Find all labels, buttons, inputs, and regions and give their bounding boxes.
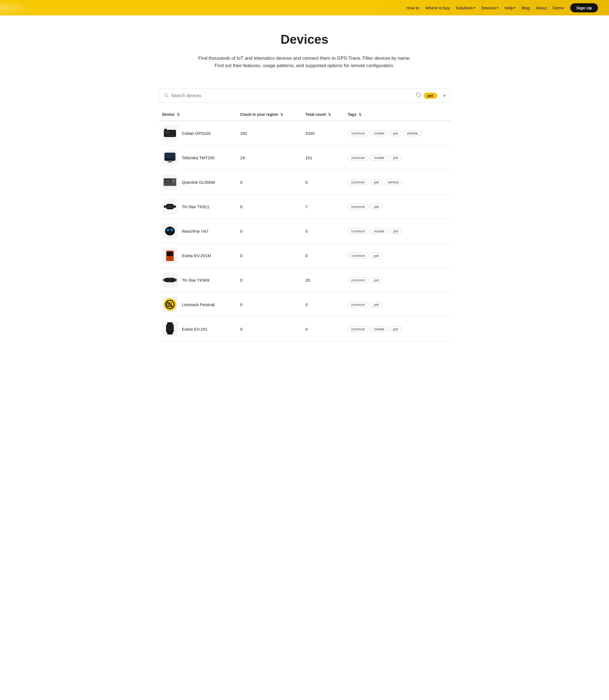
nav-link-about[interactable]: About — [536, 5, 546, 10]
device-name: TK-Star TK911 — [182, 204, 209, 209]
nav-link-solutions[interactable]: Solutions▾ — [456, 5, 475, 10]
device-image: GL500 — [162, 174, 178, 190]
svg-rect-9 — [166, 154, 171, 157]
svg-rect-30 — [167, 252, 173, 256]
tag-vehicle[interactable]: vehicle — [384, 179, 402, 185]
device-cell: Letstrack Petstrak — [159, 292, 237, 317]
tag-common[interactable]: common — [348, 155, 369, 160]
sort-icon-tags[interactable]: ⇅ — [359, 113, 362, 117]
nav-link-demo[interactable]: Demo — [553, 5, 564, 10]
tag-mobile[interactable]: mobile — [370, 130, 388, 136]
devices-table-section: Device ⇅ Count in your region ⇅ Total co… — [153, 103, 456, 352]
tag-common[interactable]: common — [348, 277, 369, 283]
table-row[interactable]: Eview EV-201 04commonmobilepet — [159, 317, 450, 341]
table-row[interactable]: TK-Star TK909 020commonpet — [159, 268, 450, 292]
col-device[interactable]: Device ⇅ — [159, 108, 237, 121]
count-region: 0 — [237, 292, 302, 317]
nav-link-where-to-buy[interactable]: Where to buy — [425, 5, 450, 10]
tag-pet[interactable]: pet — [389, 326, 402, 332]
svg-point-46 — [168, 326, 172, 329]
table-row[interactable]: Eview EV-201M 00commonpet — [159, 243, 450, 268]
tag-pet[interactable]: pet — [370, 302, 382, 308]
svg-point-37 — [169, 279, 171, 281]
device-image — [162, 223, 178, 239]
chevron-down-icon: ▾ — [497, 6, 499, 10]
nav-link-how-to[interactable]: How to — [406, 5, 419, 10]
tag-mobile[interactable]: mobile — [370, 228, 388, 234]
col-count-region[interactable]: Count in your region ⇅ — [237, 108, 302, 121]
devices-table: Device ⇅ Count in your region ⇅ Total co… — [159, 108, 450, 341]
count-total: 0 — [302, 292, 345, 317]
tag-mobile[interactable]: mobile — [370, 155, 388, 160]
device-cell: GL500 Queclink GL500M — [159, 170, 237, 194]
active-tag-badge[interactable]: pet — [424, 93, 437, 99]
tag-pet[interactable]: pet — [389, 228, 402, 234]
table-header: Device ⇅ Count in your region ⇅ Total co… — [159, 108, 450, 121]
chevron-down-icon: ▾ — [514, 6, 516, 10]
svg-rect-4 — [165, 131, 170, 134]
tags-cell: commonmobilepet — [345, 317, 450, 341]
tag-common[interactable]: common — [348, 326, 369, 332]
col-count-total[interactable]: Total count ⇅ — [302, 108, 345, 121]
svg-point-11 — [172, 154, 174, 156]
search-icon — [163, 93, 169, 99]
device-cell: Eview EV-201M — [159, 243, 237, 268]
tag-common[interactable]: common — [348, 302, 369, 308]
sort-icon-total[interactable]: ⇅ — [328, 113, 331, 117]
device-name: Queclink GL500M — [182, 180, 215, 185]
sort-icon-region[interactable]: ⇅ — [280, 113, 283, 117]
table-row[interactable]: Letstrack Petstrak 00commonpet — [159, 292, 450, 317]
tag-vehicle[interactable]: vehicle — [403, 130, 421, 136]
search-input[interactable] — [171, 93, 407, 98]
col-tags[interactable]: Tags ⇅ — [345, 108, 450, 121]
tags-cell: commonpet — [345, 292, 450, 317]
table-row[interactable]: GL500 Queclink GL500M 00commonpetvehicle — [159, 170, 450, 194]
svg-rect-32 — [168, 259, 172, 260]
sort-icon-device[interactable]: ⇅ — [177, 113, 180, 117]
navigation: How toWhere to buySolutions▾Devices▾Help… — [0, 0, 609, 15]
tag-pet[interactable]: pet — [370, 253, 382, 258]
svg-point-17 — [173, 180, 175, 182]
tag-common[interactable]: common — [348, 228, 369, 234]
tag-common[interactable]: common — [348, 179, 369, 185]
search-section: pet ▾ — [153, 80, 456, 103]
signup-button[interactable]: Sign Up — [570, 3, 598, 12]
count-total: 20 — [302, 268, 345, 292]
filter-chevron-icon[interactable]: ▾ — [443, 93, 446, 99]
count-region: 0 — [237, 317, 302, 341]
tag-pet[interactable]: pet — [370, 277, 382, 283]
table-row[interactable]: Coban GPS102 1822330commonmobilepetvehic… — [159, 121, 450, 146]
svg-rect-35 — [163, 279, 164, 281]
tag-pet[interactable]: pet — [370, 204, 382, 209]
hero-section: Devices Find thousands of IoT and telema… — [0, 15, 609, 80]
tag-common[interactable]: common — [348, 253, 369, 258]
device-cell: TK-Star TK911 — [159, 194, 237, 219]
tags-cell: commonpet — [345, 268, 450, 292]
tags-cell: commonmobilepet — [345, 146, 450, 170]
tag-mobile[interactable]: mobile — [370, 326, 388, 332]
chevron-down-icon: ▾ — [474, 6, 475, 10]
table-row[interactable]: ReachFar V47 00commonmobilepet — [159, 219, 450, 243]
count-total: 0 — [302, 219, 345, 243]
tag-common[interactable]: common — [348, 204, 369, 209]
svg-point-5 — [172, 131, 174, 133]
tag-pet[interactable]: pet — [370, 179, 382, 185]
count-region: 0 — [237, 243, 302, 268]
tag-pet[interactable]: pet — [389, 155, 402, 160]
svg-rect-10 — [166, 158, 174, 159]
device-cell: ReachFar V47 — [159, 219, 237, 243]
device-image — [162, 199, 178, 214]
table-row[interactable]: Teltonika TMT250 19151commonmobilepet — [159, 146, 450, 170]
nav-link-help[interactable]: Help▾ — [505, 5, 516, 10]
tags-cell: commonmobilepetvehicle — [345, 121, 450, 146]
device-name: Coban GPS102 — [182, 131, 211, 136]
nav-link-blog[interactable]: Blog — [522, 5, 530, 10]
table-row[interactable]: TK-Star TK911 07commonpet — [159, 194, 450, 219]
count-total: 7 — [302, 194, 345, 219]
tag-common[interactable]: common — [348, 130, 369, 136]
tags-cell: commonpet — [345, 194, 450, 219]
tag-pet[interactable]: pet — [389, 130, 402, 136]
search-divider — [410, 91, 410, 100]
tags-cell: commonmobilepet — [345, 219, 450, 243]
nav-link-devices[interactable]: Devices▾ — [482, 5, 499, 10]
